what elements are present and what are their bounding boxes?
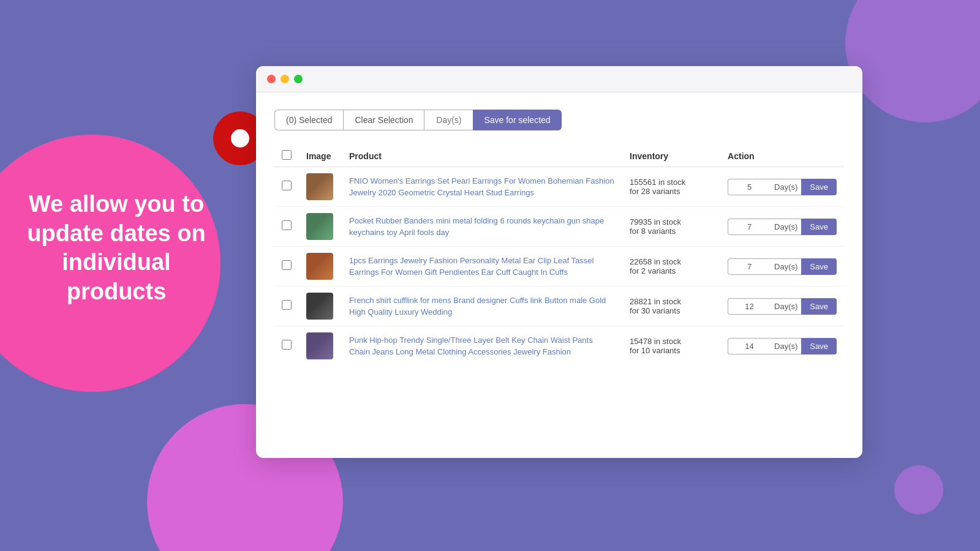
table-row: Punk Hip-hop Trendy Single/Three Layer B… (274, 326, 844, 366)
inventory-count-4: 28821 in stock (630, 297, 713, 306)
th-inventory: Inventory (622, 145, 720, 167)
inventory-count-3: 22658 in stock (630, 257, 713, 266)
row-inventory-cell: 155561 in stock for 28 variants (622, 167, 720, 207)
th-checkbox (274, 145, 299, 167)
row-product-cell: French shirt cufflink for mens Brand des… (342, 287, 622, 326)
product-link-1[interactable]: FNIO Women's Earrings Set Pearl Earrings… (349, 176, 614, 197)
days-label-5: Day(s) (771, 338, 801, 354)
row-checkbox-1[interactable] (282, 181, 292, 190)
days-label-4: Day(s) (771, 298, 801, 315)
row-inventory-cell: 22658 in stock for 2 variants (622, 247, 720, 287)
row-action-cell: Day(s) Save (720, 247, 844, 287)
browser-window: (0) Selected Clear Selection Save for se… (256, 66, 862, 458)
product-image-1 (306, 173, 333, 200)
action-wrapper-4: Day(s) Save (728, 298, 837, 315)
save-button-4[interactable]: Save (801, 298, 837, 315)
save-for-selected-button[interactable]: Save for selected (473, 110, 561, 130)
row-checkbox-5[interactable] (282, 340, 292, 350)
th-product: Product (342, 145, 622, 167)
row-image-cell (299, 287, 342, 326)
bulk-days-input[interactable] (424, 110, 473, 130)
titlebar-close-button[interactable] (267, 75, 276, 83)
row-inventory-cell: 79935 in stock for 8 variants (622, 207, 720, 247)
selected-count-button[interactable]: (0) Selected (274, 110, 343, 130)
titlebar-maximize-button[interactable] (294, 75, 303, 83)
action-wrapper-3: Day(s) Save (728, 258, 837, 275)
row-product-cell: FNIO Women's Earrings Set Pearl Earrings… (342, 167, 622, 207)
inventory-variants-3: for 2 variants (630, 266, 713, 276)
product-link-2[interactable]: Pocket Rubber Banders mini metal folding… (349, 216, 604, 237)
row-image-cell (299, 207, 342, 247)
save-button-1[interactable]: Save (801, 179, 837, 195)
inventory-variants-2: for 8 variants (630, 227, 713, 236)
row-checkbox-cell (274, 247, 299, 287)
table-row: Pocket Rubber Banders mini metal folding… (274, 207, 844, 247)
product-image-4 (306, 293, 333, 320)
days-label-1: Day(s) (771, 179, 801, 195)
titlebar-minimize-button[interactable] (281, 75, 289, 83)
inventory-count-2: 79935 in stock (630, 217, 713, 227)
days-input-5[interactable] (728, 338, 771, 354)
row-checkbox-cell (274, 287, 299, 326)
row-checkbox-cell (274, 207, 299, 247)
row-action-cell: Day(s) Save (720, 207, 844, 247)
table-row: 1pcs Earrings Jewelry Fashion Personalit… (274, 247, 844, 287)
row-checkbox-3[interactable] (282, 260, 292, 270)
decorative-circle-purple-top-right (845, 0, 980, 122)
inventory-variants-1: for 28 variants (630, 187, 713, 196)
th-image: Image (299, 145, 342, 167)
browser-titlebar (256, 66, 862, 92)
row-checkbox-cell (274, 167, 299, 207)
save-button-5[interactable]: Save (801, 338, 837, 354)
row-action-cell: Day(s) Save (720, 326, 844, 366)
days-label-3: Day(s) (771, 258, 801, 275)
inventory-variants-4: for 30 variants (630, 306, 713, 315)
days-input-1[interactable] (728, 179, 771, 195)
product-image-5 (306, 332, 333, 359)
action-wrapper-5: Day(s) Save (728, 338, 837, 354)
days-input-3[interactable] (728, 258, 771, 275)
row-checkbox-4[interactable] (282, 300, 292, 310)
select-all-checkbox[interactable] (282, 150, 292, 160)
table-row: French shirt cufflink for mens Brand des… (274, 287, 844, 326)
row-product-cell: Punk Hip-hop Trendy Single/Three Layer B… (342, 326, 622, 366)
row-action-cell: Day(s) Save (720, 167, 844, 207)
hero-text: We allow you to update dates on individu… (12, 190, 221, 306)
row-image-cell (299, 326, 342, 366)
clear-selection-button[interactable]: Clear Selection (343, 110, 424, 130)
product-image-2 (306, 213, 333, 240)
product-link-5[interactable]: Punk Hip-hop Trendy Single/Three Layer B… (349, 335, 593, 356)
save-button-3[interactable]: Save (801, 258, 837, 275)
row-product-cell: Pocket Rubber Banders mini metal folding… (342, 207, 622, 247)
browser-content: (0) Selected Clear Selection Save for se… (256, 92, 862, 378)
inventory-count-5: 15478 in stock (630, 337, 713, 346)
row-checkbox-2[interactable] (282, 220, 292, 230)
product-table: Image Product Inventory Action FNIO Wome… (274, 145, 844, 365)
decorative-circle-purple-bottom-right (894, 465, 943, 514)
inventory-variants-5: for 10 variants (630, 346, 713, 355)
table-row: FNIO Women's Earrings Set Pearl Earrings… (274, 167, 844, 207)
row-inventory-cell: 28821 in stock for 30 variants (622, 287, 720, 326)
days-label-2: Day(s) (771, 219, 801, 235)
product-link-4[interactable]: French shirt cufflink for mens Brand des… (349, 296, 606, 317)
row-inventory-cell: 15478 in stock for 10 variants (622, 326, 720, 366)
days-input-2[interactable] (728, 219, 771, 235)
product-image-3 (306, 253, 333, 280)
product-link-3[interactable]: 1pcs Earrings Jewelry Fashion Personalit… (349, 256, 594, 277)
inventory-count-1: 155561 in stock (630, 178, 713, 187)
row-product-cell: 1pcs Earrings Jewelry Fashion Personalit… (342, 247, 622, 287)
days-input-4[interactable] (728, 298, 771, 315)
row-action-cell: Day(s) Save (720, 287, 844, 326)
action-wrapper-2: Day(s) Save (728, 219, 837, 235)
th-action: Action (720, 145, 844, 167)
recording-indicator-inner (231, 129, 249, 148)
row-image-cell (299, 247, 342, 287)
row-image-cell (299, 167, 342, 207)
row-checkbox-cell (274, 326, 299, 366)
save-button-2[interactable]: Save (801, 219, 837, 235)
toolbar: (0) Selected Clear Selection Save for se… (274, 110, 844, 130)
action-wrapper-1: Day(s) Save (728, 179, 837, 195)
table-header-row: Image Product Inventory Action (274, 145, 844, 167)
